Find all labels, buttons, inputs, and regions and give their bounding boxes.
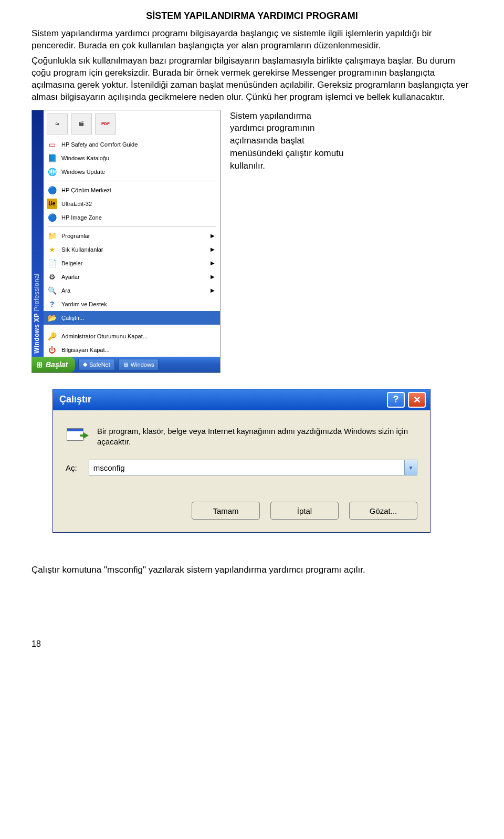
pdf-icon: ▭ [47,139,57,150]
hp-icon: 🔵 [47,185,57,195]
ultraedit-icon: Ue [47,199,57,209]
chevron-right-icon: ▶ [211,233,215,239]
menu-item-search[interactable]: 🔍 Ara ▶ [44,284,220,297]
gear-icon: ⚙ [47,272,57,282]
run-dialog: Çalıştır ? ✕ Bir program, klasör, belge … [52,389,430,533]
menu-item-logoff[interactable]: 🔑 Administrator Oturumunu Kapat... [44,329,220,343]
menu-item-favorites[interactable]: ★ Sık Kullanılanlar ▶ [44,243,220,256]
menu-label: Windows Update [61,169,105,175]
windows-xp-sidebar: Windows XP Professional [32,110,44,357]
menu-separator [48,327,216,327]
globe-icon: 🌐 [47,167,57,177]
taskbar-item-safenet[interactable]: ◆ SafeNet [78,359,115,370]
documents-icon: 📄 [47,258,57,268]
ok-button[interactable]: Tamam [192,502,260,520]
taskbar-item-windows[interactable]: 🖥 Windows [118,359,159,370]
close-button[interactable]: ✕ [408,392,426,408]
start-menu-screenshot: Windows XP Professional 🗂 🎬 PDF ▭ HP Saf… [32,110,220,373]
menu-separator [48,226,216,227]
page-title: SİSTEM YAPILANDIRMA YARDIMCI PROGRAMI [32,11,472,22]
menu-label: Programlar [61,233,90,239]
menu-label: Bilgisayarı Kapat... [61,347,110,353]
chevron-right-icon: ▶ [211,287,215,293]
menu-item-hp-cozum[interactable]: 🔵 HP Çözüm Merkezi [44,183,220,197]
paragraph-2: Çoğunlukla sık kullanılmayan bazı progra… [32,55,472,103]
start-label: Başlat [46,360,68,369]
menu-label: Sık Kullanılanlar [61,246,103,253]
menu-label: HP Çözüm Merkezi [61,187,111,193]
pinned-icon[interactable]: PDF [95,113,116,134]
menu-label: Yardım ve Destek [61,301,107,307]
run-dialog-icon [66,426,88,445]
book-icon: 📘 [47,153,57,163]
side-caption: Sistem yapılandırma yardımcı programının… [230,110,345,373]
footer-caption: Çalıştır komutuna "msconfig" yazılarak s… [32,564,472,576]
logoff-icon: 🔑 [47,331,57,341]
menu-item-settings[interactable]: ⚙ Ayarlar ▶ [44,270,220,284]
menu-label: HP Safety and Comfort Guide [61,141,138,148]
menu-label: Belgeler [61,260,82,266]
menu-label: Windows Kataloğu [61,155,109,161]
menu-item-windows-catalog[interactable]: 📘 Windows Kataloğu [44,151,220,165]
power-icon: ⏻ [47,345,57,355]
pinned-icons-row: 🗂 🎬 PDF [44,110,220,138]
paragraph-1: Sistem yapılandırma yardımcı programı bi… [32,28,472,52]
menu-separator [48,181,216,181]
run-dialog-titlebar: Çalıştır ? ✕ [53,389,430,410]
app-icon: 🖥 [123,361,129,368]
search-icon: 🔍 [47,285,57,296]
menu-label: Administrator Oturumunu Kapat... [61,333,148,339]
menu-item-programs[interactable]: 📁 Programlar ▶ [44,229,220,243]
pinned-icon[interactable]: 🗂 [47,113,68,134]
menu-item-hp-image-zone[interactable]: 🔵 HP Image Zone [44,211,220,224]
chevron-right-icon: ▶ [211,246,215,252]
app-icon: ◆ [83,361,87,368]
windows-logo-icon: ⊞ [36,360,43,369]
menu-item-windows-update[interactable]: 🌐 Windows Update [44,165,220,179]
browse-button[interactable]: Gözat... [349,502,417,520]
menu-item-run[interactable]: 📂 Çalıştır... [44,311,220,325]
menu-item-ultraedit[interactable]: Ue UltraEdit-32 [44,197,220,211]
folder-icon: 📁 [47,231,57,241]
run-dialog-title: Çalıştır [59,394,91,405]
chevron-right-icon: ▶ [211,260,215,266]
star-icon: ★ [47,244,57,255]
start-button[interactable]: ⊞ Başlat [32,357,75,372]
menu-label: HP Image Zone [61,214,102,221]
menu-item-shutdown[interactable]: ⏻ Bilgisayarı Kapat... [44,343,220,357]
menu-item-documents[interactable]: 📄 Belgeler ▶ [44,256,220,270]
taskbar-label: Windows [131,361,154,368]
page-number: 18 [32,639,472,649]
menu-label: Ara [61,287,70,294]
chevron-right-icon: ▶ [211,274,215,279]
pinned-icon[interactable]: 🎬 [71,113,92,134]
menu-label: Çalıştır... [61,315,84,321]
help-icon: ? [47,299,57,309]
run-open-input[interactable] [89,460,404,475]
taskbar: ⊞ Başlat ◆ SafeNet 🖥 Windows [32,357,220,372]
dropdown-button[interactable]: ▼ [404,460,417,475]
menu-label: UltraEdit-32 [61,201,92,207]
run-dialog-description: Bir program, klasör, belge veya Internet… [97,426,417,448]
cancel-button[interactable]: İptal [270,502,339,520]
menu-label: Ayarlar [61,274,80,280]
taskbar-label: SafeNet [89,361,110,368]
run-icon: 📂 [47,313,57,323]
menu-item-hp-safety[interactable]: ▭ HP Safety and Comfort Guide [44,138,220,151]
run-open-field[interactable]: ▼ [89,460,417,475]
help-button[interactable]: ? [387,392,405,408]
menu-item-help[interactable]: ? Yardım ve Destek [44,297,220,311]
run-open-label: Aç: [66,463,77,472]
hp-icon: 🔵 [47,212,57,223]
